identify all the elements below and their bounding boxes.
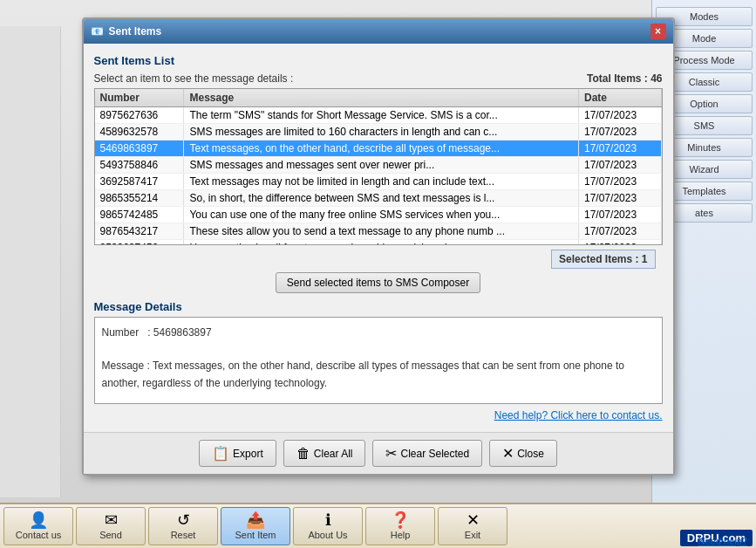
total-items-count: Total Items : 46 [587,72,662,85]
cell-date: 17/07/2023 [579,107,661,124]
cell-date: 17/07/2023 [579,240,661,246]
sent-items-modal: 📧 Sent Items × Sent Items List Select an… [82,17,675,476]
modal-body: Sent Items List Select an item to see th… [84,44,673,432]
selected-items-bar: Selected Items : 1 [551,250,655,269]
table-row[interactable]: 8975627636 The term "SMS" stands for Sho… [95,107,662,124]
sent-items-table: Number Message Date 8975627636 The term … [95,89,662,245]
msg-message-value: Text messages, on the other hand, descri… [102,360,624,388]
table-row[interactable]: 8523697456 However, they're all free to … [95,240,662,246]
export-icon: 📋 [212,445,229,462]
cell-message: The term "SMS" stands for Short Message … [184,107,579,124]
cell-date: 17/07/2023 [579,174,661,190]
cell-number: 9865355214 [95,190,184,207]
modal-actions: 📋 Export 🗑 Clear All ✂ Clear Selected ✕ … [84,432,673,474]
cell-message: These sites allow you to send a text mes… [184,223,579,240]
clear-all-label: Clear All [314,448,353,460]
cell-number: 9865742485 [95,207,184,223]
clear-all-icon: 🗑 [296,446,310,462]
export-button[interactable]: 📋 Export [199,440,276,467]
modal-title-icon: 📧 [91,25,104,38]
msg-message-row: Message : Text messages, on the other ha… [102,358,655,391]
col-message: Message [184,89,579,107]
msg-details-box: Number : 5469863897 Message : Text messa… [94,317,663,404]
cell-message: You can use one of the many free online … [184,207,579,223]
select-hint-text: Select an item to see the message detail… [94,72,294,85]
export-label: Export [233,448,263,460]
cell-date: 17/07/2023 [579,223,661,240]
close-button[interactable]: ✕ Close [489,440,557,467]
section-title: Sent Items List [94,54,663,67]
message-details-section: Message Details Number : 5469863897 Mess… [94,300,663,404]
cell-message: So, in short, the difference between SMS… [184,190,579,207]
cell-number: 5493758846 [95,157,184,174]
msg-details-title: Message Details [94,300,663,313]
clear-selected-label: Clear Selected [400,448,469,460]
table-row[interactable]: 5469863897 Text messages, on the other h… [95,140,662,157]
table-header-row: Number Message Date [95,89,662,107]
cell-number: 5469863897 [95,140,184,157]
cell-date: 17/07/2023 [579,124,661,140]
table-row[interactable]: 4589632578 SMS messages are limited to 1… [95,124,662,140]
cell-message: Text messages, on the other hand, descri… [184,140,579,157]
cell-date: 17/07/2023 [579,190,661,207]
cell-number: 8523697456 [95,240,184,246]
app-background: Modes Mode Process Mode Classic Option S… [0,0,756,548]
cell-number: 4589632578 [95,124,184,140]
cell-message: SMS messages are limited to 160 characte… [184,124,579,140]
close-icon: ✕ [502,445,514,462]
modal-title-text: Sent Items [109,25,162,38]
table-row[interactable]: 5493758846 SMS messages and messages sen… [95,157,662,174]
cell-message: Text messages may not be limited in leng… [184,174,579,190]
close-label: Close [517,448,544,460]
cell-message: However, they're all free to use and pro… [184,240,579,246]
cell-number: 8975627636 [95,107,184,124]
msg-number-label: Number : [102,326,153,339]
send-selected-button[interactable]: Send selected items to SMS Composer [276,272,480,293]
clear-selected-button[interactable]: ✂ Clear Selected [372,440,482,467]
table-row[interactable]: 9865742485 You can use one of the many f… [95,207,662,223]
modal-close-button[interactable]: × [650,24,666,39]
table-row[interactable]: 9865355214 So, in short, the difference … [95,190,662,207]
cell-date: 17/07/2023 [579,207,661,223]
select-hint-row: Select an item to see the message detail… [94,72,663,85]
cell-date: 17/07/2023 [579,157,661,174]
modal-titlebar: 📧 Sent Items × [84,19,673,44]
col-number: Number [95,89,184,107]
modal-title-area: 📧 Sent Items [91,25,162,38]
table-row[interactable]: 9876543217 These sites allow you to send… [95,223,662,240]
msg-message-label: Message : [102,360,153,372]
col-date: Date [579,89,661,107]
table-row[interactable]: 3692587417 Text messages may not be limi… [95,174,662,190]
cell-date: 17/07/2023 [579,140,661,157]
sent-items-table-container[interactable]: Number Message Date 8975627636 The term … [94,88,663,245]
modal-overlay: 📧 Sent Items × Sent Items List Select an… [0,0,756,548]
clear-all-button[interactable]: 🗑 Clear All [283,440,366,467]
msg-number-row: Number : 5469863897 [102,325,655,341]
clear-selected-icon: ✂ [385,445,397,462]
cell-number: 3692587417 [95,174,184,190]
msg-number-value: 5469863897 [153,326,212,339]
cell-number: 9876543217 [95,223,184,240]
cell-message: SMS messages and messages sent over newe… [184,157,579,174]
help-link[interactable]: Need help? Click here to contact us. [94,409,663,421]
